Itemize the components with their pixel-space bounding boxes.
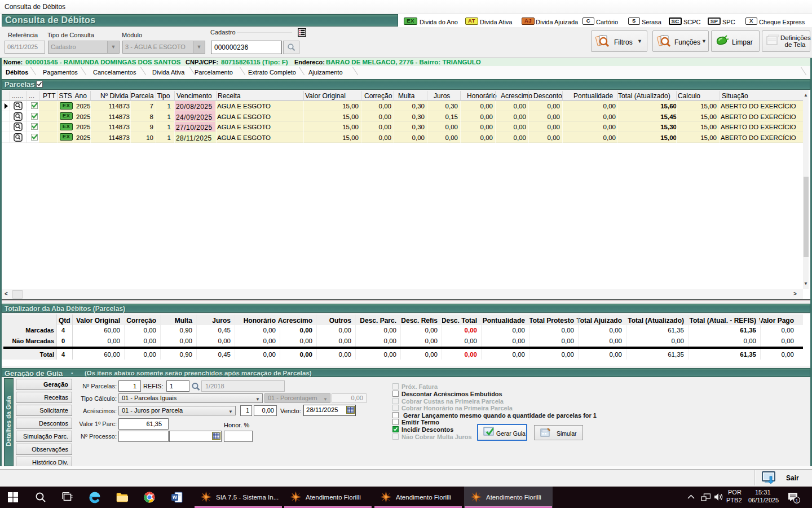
svg-text:1: 1 <box>795 498 798 503</box>
